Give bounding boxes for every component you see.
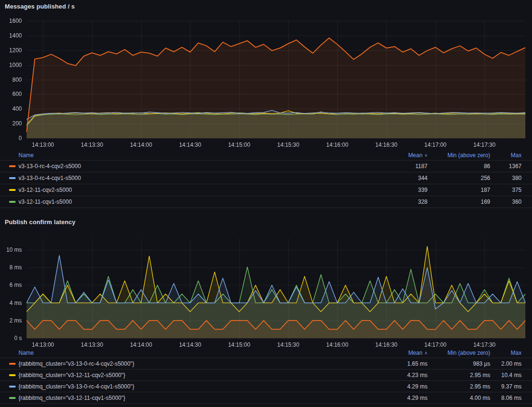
legend-min-value: 86 xyxy=(428,163,490,170)
legend-mean-value: 4.29 ms xyxy=(370,395,428,401)
legend-header-min[interactable]: Min (above zero) xyxy=(428,152,490,159)
legend-min-value: 983 µs xyxy=(428,360,490,367)
legend-mean-value: 1.65 ms xyxy=(370,360,428,367)
legend-dash-cell xyxy=(0,177,19,179)
legend-header-name[interactable]: Name xyxy=(19,350,370,356)
series-color-dash-icon xyxy=(9,374,16,376)
legend-min-value: 2.95 ms xyxy=(428,383,490,390)
legend-row[interactable]: v3-13-0-rc-4-cqv1-s5000344256380 xyxy=(0,172,532,184)
legend-dash-cell xyxy=(0,397,19,399)
legend-max-value: 380 xyxy=(490,175,522,181)
panel-title-messages-published[interactable]: Messages published / s xyxy=(5,3,75,10)
legend-row[interactable]: {rabbitmq_cluster="v3-13-0-rc-4-cqv1-s50… xyxy=(0,381,532,392)
series-color-dash-icon xyxy=(9,177,16,179)
legend-max-value: 10.4 ms xyxy=(490,372,522,379)
legend-dash-cell xyxy=(0,201,19,203)
legend-min-value: 169 xyxy=(428,199,490,205)
legend-dash-cell xyxy=(0,386,19,388)
legend-series-name[interactable]: {rabbitmq_cluster="v3-13-0-rc-4-cqv1-s50… xyxy=(19,383,370,390)
legend-max-value: 2.00 ms xyxy=(490,360,522,367)
legend-series-name[interactable]: v3-13-0-rc-4-cqv2-s5000 xyxy=(19,163,370,170)
legend-mean-value: 4.29 ms xyxy=(370,383,428,390)
publish-confirm-latency-legend: NameMean∧Min (above zero)Max{rabbitmq_cl… xyxy=(0,348,532,404)
legend-row[interactable]: {rabbitmq_cluster="v3-12-11-cqv1-s5000"}… xyxy=(0,392,532,404)
legend-row[interactable]: {rabbitmq_cluster="v3-12-11-cqv2-s5000"}… xyxy=(0,369,532,381)
legend-min-value: 4.00 ms xyxy=(428,395,490,401)
series-color-dash-icon xyxy=(9,189,16,191)
legend-row[interactable]: v3-12-11-cqv1-s5000328169360 xyxy=(0,196,532,208)
sort-caret-icon: ∧ xyxy=(424,350,428,355)
legend-series-name[interactable]: v3-12-11-cqv1-s5000 xyxy=(19,199,370,205)
legend-max-value: 375 xyxy=(490,187,522,193)
legend-row[interactable]: v3-12-11-cqv2-s5000339187375 xyxy=(0,184,532,196)
legend-row[interactable]: {rabbitmq_cluster="v3-13-0-rc-4-cqv2-s50… xyxy=(0,358,532,369)
messages-published-legend: NameMean∨Min (above zero)Maxv3-13-0-rc-4… xyxy=(0,150,532,208)
messages-published-chart[interactable] xyxy=(0,13,532,150)
legend-max-value: 360 xyxy=(490,199,522,205)
legend-mean-value: 328 xyxy=(370,199,428,205)
legend-max-value: 9.37 ms xyxy=(490,383,522,390)
publish-confirm-latency-chart[interactable] xyxy=(0,232,532,348)
legend-mean-value: 344 xyxy=(370,175,428,181)
legend-series-name[interactable]: {rabbitmq_cluster="v3-12-11-cqv2-s5000"} xyxy=(19,372,370,379)
sort-caret-icon: ∨ xyxy=(424,153,428,158)
legend-header-mean[interactable]: Mean∧ xyxy=(370,350,428,356)
series-color-dash-icon xyxy=(9,165,16,167)
legend-mean-value: 4.23 ms xyxy=(370,372,428,379)
legend-series-name[interactable]: v3-12-11-cqv2-s5000 xyxy=(19,187,370,193)
legend-series-name[interactable]: {rabbitmq_cluster="v3-13-0-rc-4-cqv2-s50… xyxy=(19,360,370,367)
legend-mean-value: 339 xyxy=(370,187,428,193)
legend-dash-cell xyxy=(0,374,19,376)
series-color-dash-icon xyxy=(9,201,16,203)
legend-max-value: 8.06 ms xyxy=(490,395,522,401)
legend-header-max[interactable]: Max xyxy=(490,152,522,159)
legend-dash-cell xyxy=(0,189,19,191)
legend-header-mean[interactable]: Mean∨ xyxy=(370,152,428,159)
series-color-dash-icon xyxy=(9,386,16,388)
legend-header-name[interactable]: Name xyxy=(19,152,370,159)
legend-max-value: 1367 xyxy=(490,163,522,170)
legend-mean-value: 1187 xyxy=(370,163,428,170)
legend-min-value: 187 xyxy=(428,187,490,193)
legend-header-min[interactable]: Min (above zero) xyxy=(428,350,490,356)
legend-row[interactable]: v3-13-0-rc-4-cqv2-s50001187861367 xyxy=(0,161,532,172)
legend-dash-cell xyxy=(0,165,19,167)
legend-min-value: 2.95 ms xyxy=(428,372,490,379)
legend-series-name[interactable]: {rabbitmq_cluster="v3-12-11-cqv1-s5000"} xyxy=(19,395,370,401)
legend-series-name[interactable]: v3-13-0-rc-4-cqv1-s5000 xyxy=(19,175,370,181)
series-color-dash-icon xyxy=(9,397,16,399)
legend-min-value: 256 xyxy=(428,175,490,181)
legend-header-max[interactable]: Max xyxy=(490,350,522,356)
panel-title-publish-confirm-latency[interactable]: Publish confirm latency xyxy=(5,218,76,226)
legend-dash-cell xyxy=(0,363,19,365)
series-color-dash-icon xyxy=(9,363,16,365)
legend-header-row: NameMean∨Min (above zero)Max xyxy=(0,150,532,161)
legend-header-row: NameMean∧Min (above zero)Max xyxy=(0,348,532,358)
